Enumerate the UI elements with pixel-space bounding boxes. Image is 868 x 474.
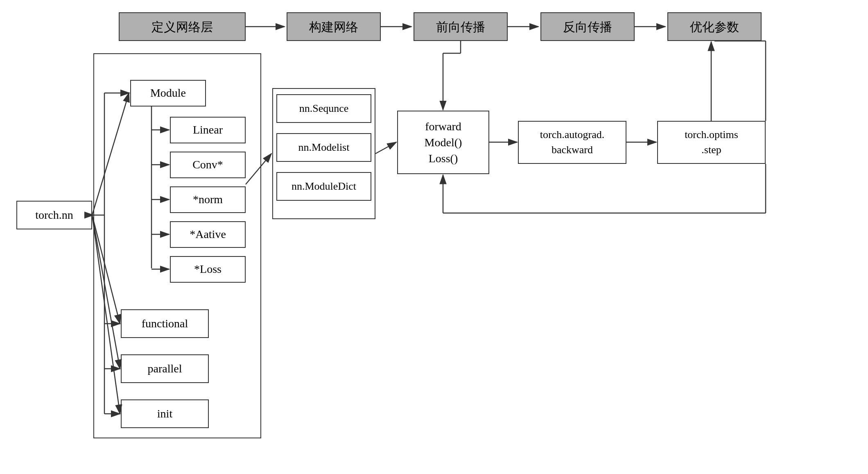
nn-moduledict-box: nn.ModuleDict (276, 172, 371, 201)
forward-model-box: forwardModel()Loss() (397, 111, 489, 174)
torch-nn-box: torch.nn (16, 201, 92, 229)
aative-box: *Aative (170, 221, 246, 248)
forward-prop-box: 前向传播 (414, 12, 508, 41)
build-net-box: 构建网络 (287, 12, 381, 41)
svg-line-25 (375, 142, 396, 154)
linear-box: Linear (170, 117, 246, 143)
nn-sequnce-box: nn.Sequnce (276, 94, 371, 123)
nn-modelist-box: nn.Modelist (276, 133, 371, 162)
optimize-box: 优化参数 (667, 12, 762, 41)
autograd-box: torch.autograd.backward (518, 121, 626, 164)
norm-box: *norm (170, 186, 246, 213)
init-box: init (121, 399, 209, 428)
diagram: 定义网络层 构建网络 前向传播 反向传播 优化参数 torch.nn Modul… (0, 0, 868, 474)
module-box: Module (130, 80, 206, 107)
backward-prop-box: 反向传播 (540, 12, 635, 41)
conv-box: Conv* (170, 152, 246, 178)
define-layer-box: 定义网络层 (119, 12, 246, 41)
optims-box: torch.optims.step (657, 121, 766, 164)
functional-box: functional (121, 309, 209, 338)
parallel-box: parallel (121, 354, 209, 383)
loss-box: *Loss (170, 256, 246, 283)
